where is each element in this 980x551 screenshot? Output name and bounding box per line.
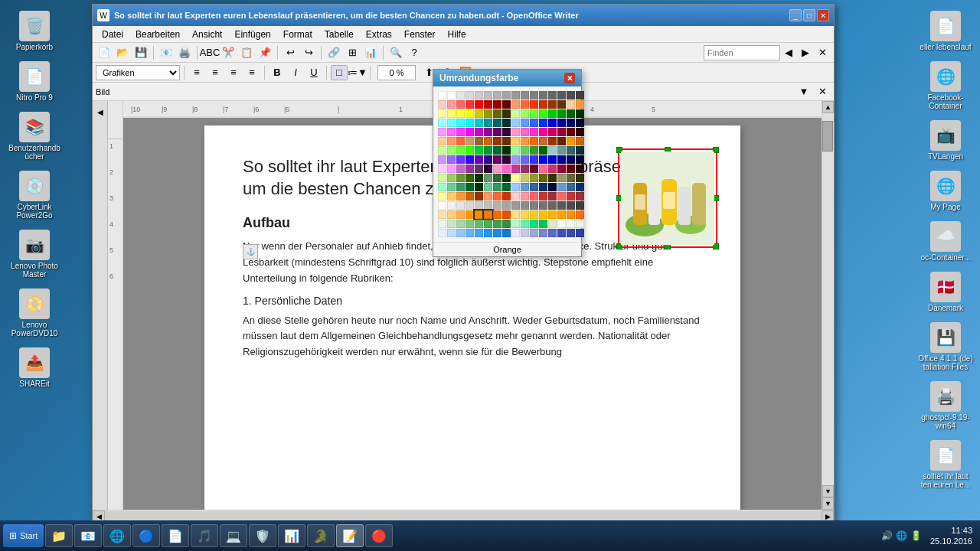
color-cell-4-0[interactable] [438,128,446,136]
color-cell-10-8[interactable] [511,183,520,191]
align-left-button[interactable]: ≡ [188,65,205,80]
help-button[interactable]: ? [406,45,423,60]
tray-icon-3[interactable]: 🔋 [910,530,923,542]
color-cell-2-7[interactable] [502,109,511,118]
tray-icon-1[interactable]: 🔊 [881,530,893,542]
color-cell-14-15[interactable] [576,220,584,228]
color-cell-12-0[interactable] [438,201,446,210]
color-cell-0-0[interactable] [438,91,446,99]
color-cell-10-6[interactable] [493,183,501,191]
color-cell-0-9[interactable] [521,91,529,99]
desktop-icon-shareit[interactable]: 📤 SHAREit [4,344,65,391]
color-cell-5-0[interactable] [438,137,446,145]
color-cell-10-0[interactable] [438,183,446,191]
color-cell-5-5[interactable] [484,137,492,145]
bild-close[interactable]: ✕ [814,84,831,99]
color-cell-13-15[interactable] [576,210,584,219]
color-cell-13-5[interactable] [484,210,492,219]
hyperlink-button[interactable]: 🔗 [325,45,342,60]
color-cell-7-15[interactable] [576,155,584,164]
color-cell-6-14[interactable] [567,146,575,155]
color-cell-13-9[interactable] [521,210,529,219]
color-cell-12-11[interactable] [539,201,547,210]
color-cell-2-11[interactable] [539,109,547,118]
color-cell-11-3[interactable] [466,192,474,201]
color-cell-1-13[interactable] [557,100,566,109]
color-cell-1-2[interactable] [456,100,465,109]
color-cell-15-11[interactable] [539,229,547,237]
style-dropdown[interactable]: Grafiken [96,65,180,80]
color-cell-12-15[interactable] [576,201,584,210]
color-cell-9-1[interactable] [447,174,456,182]
color-cell-3-0[interactable] [438,119,446,127]
color-cell-15-8[interactable] [511,229,520,237]
new-button[interactable]: 📄 [96,45,113,60]
color-cell-3-14[interactable] [567,119,575,127]
color-cell-0-3[interactable] [466,91,474,99]
color-picker-close-button[interactable]: ✕ [564,73,575,83]
color-cell-10-3[interactable] [466,183,474,191]
color-cell-14-11[interactable] [539,220,547,228]
color-cell-3-9[interactable] [521,119,529,127]
italic-button[interactable]: I [287,65,304,80]
color-cell-14-4[interactable] [475,220,483,228]
color-cell-15-15[interactable] [576,229,584,237]
paste-button[interactable]: 📌 [256,45,273,60]
color-cell-14-6[interactable] [493,220,501,228]
border-btn[interactable]: □ [331,65,348,80]
color-cell-6-11[interactable] [539,146,547,155]
color-cell-1-14[interactable] [567,100,575,109]
color-cell-0-12[interactable] [548,91,557,99]
color-cell-6-0[interactable] [438,146,446,155]
taskbar-app-writer[interactable]: 📝 [336,524,364,547]
color-cell-8-13[interactable] [557,165,566,173]
color-cell-6-10[interactable] [530,146,538,155]
color-cell-5-4[interactable] [475,137,483,145]
menu-einfuegen[interactable]: Einfügen [228,26,276,43]
desktop-icon-oc[interactable]: ☁️ oc-Container... [915,218,976,265]
color-cell-13-13[interactable] [557,210,566,219]
color-cell-6-9[interactable] [521,146,529,155]
taskbar-app-shield[interactable]: 🛡️ [249,524,276,547]
color-cell-8-6[interactable] [493,165,501,173]
color-cell-7-2[interactable] [456,155,465,164]
color-cell-3-3[interactable] [466,119,474,127]
color-cell-5-12[interactable] [548,137,557,145]
color-cell-8-3[interactable] [466,165,474,173]
taskbar-app-explorer[interactable]: 📁 [45,524,73,547]
close-button[interactable]: ✕ [817,9,829,21]
color-cell-9-12[interactable] [548,174,557,182]
color-cell-10-7[interactable] [502,183,511,191]
color-cell-15-0[interactable] [438,229,446,237]
color-cell-3-7[interactable] [502,119,511,127]
color-cell-1-6[interactable] [493,100,501,109]
color-cell-9-10[interactable] [530,174,538,182]
color-cell-0-4[interactable] [475,91,483,99]
color-cell-4-10[interactable] [530,128,538,136]
color-cell-7-9[interactable] [521,155,529,164]
color-cell-13-4[interactable] [475,210,483,219]
color-cell-13-0[interactable] [438,210,446,219]
menu-tabelle[interactable]: Tabelle [318,26,360,43]
color-cell-3-4[interactable] [475,119,483,127]
color-cell-13-11[interactable] [539,210,547,219]
color-cell-8-5[interactable] [484,165,492,173]
color-cell-10-15[interactable] [576,183,584,191]
scroll-up-button[interactable]: ▲ [822,101,834,113]
color-cell-5-2[interactable] [456,137,465,145]
color-cell-3-6[interactable] [493,119,501,127]
color-cell-14-9[interactable] [521,220,529,228]
color-cell-5-8[interactable] [511,137,520,145]
color-cell-9-6[interactable] [493,174,501,182]
color-cell-2-5[interactable] [484,109,492,118]
color-cell-7-6[interactable] [493,155,501,164]
color-cell-4-3[interactable] [466,128,474,136]
desktop-icon-daenemark[interactable]: 🇩🇰 Dänemark [915,269,976,315]
menu-ansicht[interactable]: Ansicht [186,26,228,43]
color-cell-15-9[interactable] [521,229,529,237]
color-cell-1-12[interactable] [548,100,557,109]
selected-image[interactable] [618,148,717,248]
color-cell-6-7[interactable] [502,146,511,155]
vertical-scrollbar[interactable]: ▲ ▼ ▼ [822,101,834,510]
desktop-icon-papierkorb[interactable]: 🗑️ Papierkorb [4,8,65,54]
